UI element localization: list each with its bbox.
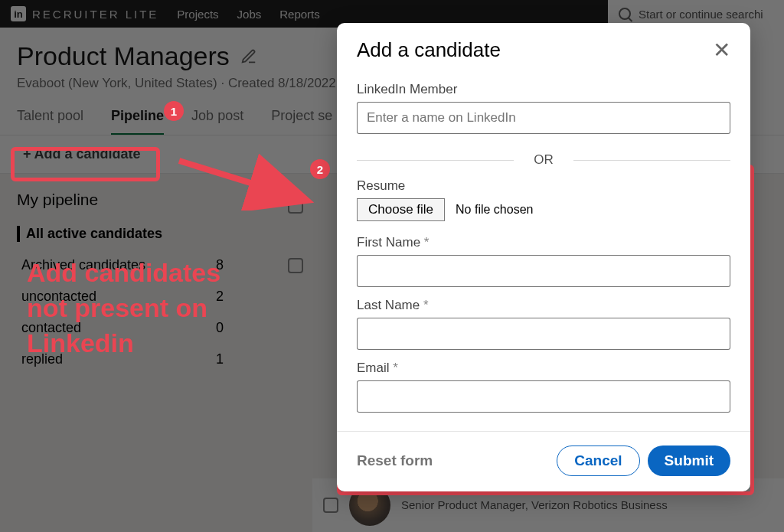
- add-candidate-modal: Add a candidate ✕ LinkedIn Member OR Res…: [337, 23, 750, 491]
- annotation-badge-2: 2: [310, 159, 330, 179]
- annotation-badge-1: 1: [164, 101, 184, 121]
- cancel-button[interactable]: Cancel: [557, 446, 639, 476]
- annotation-box-1: [11, 147, 160, 181]
- annotation-arrow: [168, 145, 322, 211]
- last-name-label: Last Name *: [357, 298, 730, 313]
- reset-form-button[interactable]: Reset form: [357, 452, 433, 469]
- annotation-text: Add candidatesnot present onLinkedin: [27, 256, 220, 361]
- modal-title: Add a candidate: [357, 38, 501, 62]
- close-icon[interactable]: ✕: [713, 40, 730, 61]
- linkedin-member-label: LinkedIn Member: [357, 82, 730, 97]
- resume-label: Resume: [357, 178, 730, 194]
- linkedin-member-input[interactable]: [357, 102, 730, 134]
- svg-line-0: [179, 161, 302, 199]
- last-name-input[interactable]: [357, 318, 730, 350]
- or-divider: OR: [357, 152, 730, 168]
- first-name-label: First Name *: [357, 235, 730, 250]
- email-input[interactable]: [357, 380, 730, 413]
- first-name-input[interactable]: [357, 255, 730, 287]
- choose-file-button[interactable]: Choose file: [357, 198, 445, 221]
- submit-button[interactable]: Submit: [648, 446, 730, 476]
- file-status: No file chosen: [456, 203, 533, 217]
- email-label: Email *: [357, 361, 730, 376]
